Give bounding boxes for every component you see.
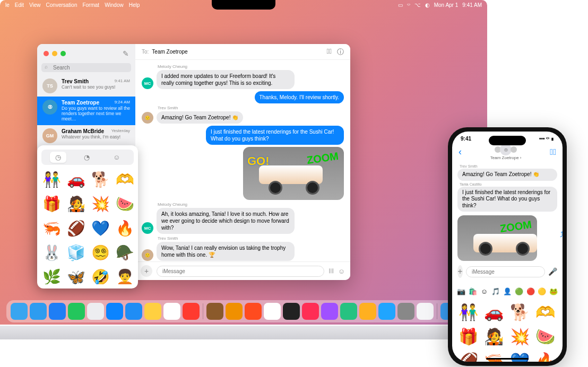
sticker-item[interactable]: 🐰: [41, 242, 62, 263]
dock-app[interactable]: [87, 303, 104, 320]
dock-app[interactable]: [30, 303, 47, 320]
audio-record-icon[interactable]: ⦀⦀: [328, 267, 334, 275]
dock-app[interactable]: [206, 303, 223, 320]
dock-app[interactable]: [49, 303, 66, 320]
sticker-item[interactable]: 🧑‍🎤: [483, 326, 505, 347]
app-icon[interactable]: 🐸: [548, 285, 559, 297]
tab-stickers[interactable]: ◔: [79, 152, 95, 163]
dock-app[interactable]: [283, 303, 300, 320]
fullscreen-button[interactable]: [60, 51, 66, 56]
message-bubble[interactable]: Amazing! Go Team Zoetrope! 👏: [457, 169, 557, 181]
dock-app[interactable]: [183, 303, 200, 320]
dock-app[interactable]: [245, 303, 262, 320]
message-bubble[interactable]: I just finished the latest renderings fo…: [457, 187, 557, 212]
app-icon[interactable]: 🟡: [536, 285, 548, 297]
ios-message-input[interactable]: [466, 266, 545, 277]
tab-emoji[interactable]: ☺: [108, 152, 125, 163]
app-icon[interactable]: 🔴: [525, 285, 537, 297]
home-indicator[interactable]: [486, 358, 529, 360]
app-icon[interactable]: ☺: [479, 285, 490, 297]
sticker-item[interactable]: 💥: [509, 326, 530, 347]
message-bubble[interactable]: Wow, Tania! I can really envision us tak…: [157, 242, 295, 261]
tab-recents[interactable]: ◷: [50, 152, 66, 163]
group-header[interactable]: ◎ Team Zoetrope ›: [490, 144, 522, 160]
dock-app[interactable]: [106, 303, 123, 320]
dock-app[interactable]: [340, 303, 357, 320]
image-attachment[interactable]: ZOOM: [457, 215, 537, 261]
message-bubble[interactable]: I added more updates to our Freeform boa…: [157, 70, 295, 89]
conversation-item[interactable]: ⦿ Team Zoetrope9:24 AM Do you guys want …: [37, 97, 135, 125]
app-icon[interactable]: 👤: [501, 285, 513, 297]
apps-button[interactable]: +: [457, 265, 463, 278]
facetime-icon[interactable]: ▭⃞: [327, 47, 332, 57]
sticker-item[interactable]: 🧑‍🎤: [66, 194, 86, 214]
dock-app[interactable]: [321, 303, 338, 320]
compose-icon[interactable]: ✎: [123, 49, 129, 58]
sticker-item[interactable]: 🔥: [115, 218, 134, 238]
message-bubble[interactable]: Amazing! Go Team Zoetrope! 👏: [157, 111, 243, 124]
sticker-item[interactable]: 🔥: [535, 350, 556, 362]
app-icon[interactable]: 🟢: [513, 285, 525, 297]
mic-icon[interactable]: 🎤: [548, 267, 557, 276]
sticker-item[interactable]: 💙: [509, 350, 530, 362]
wifi-icon[interactable]: ⌔: [407, 2, 410, 8]
messages-scroll[interactable]: Melody CheungMCI added more updates to o…: [135, 60, 350, 261]
sticker-item[interactable]: 🏈: [66, 218, 86, 238]
apps-button[interactable]: +: [141, 265, 152, 277]
sticker-item[interactable]: 💙: [90, 218, 110, 238]
sticker-item[interactable]: 🍉: [535, 326, 556, 347]
message-bubble[interactable]: I just finished the latest renderings fo…: [206, 126, 344, 145]
sticker-item[interactable]: 🎁: [41, 194, 62, 214]
dock-app[interactable]: [68, 303, 85, 320]
sticker-item[interactable]: 🐕: [509, 301, 530, 322]
dock-app[interactable]: [125, 303, 142, 320]
sticker-item[interactable]: 🚗: [66, 169, 86, 189]
back-button[interactable]: ‹: [459, 146, 462, 158]
dock-app[interactable]: [163, 303, 180, 320]
sticker-item[interactable]: 😵‍💫: [90, 242, 110, 263]
sticker-item[interactable]: 🏈: [457, 350, 479, 362]
menu-item[interactable]: Format: [82, 2, 99, 8]
menu-item[interactable]: Edit: [15, 2, 24, 8]
menubar-time[interactable]: 9:41 AM: [462, 2, 482, 8]
menu-item[interactable]: View: [29, 2, 41, 8]
sticker-item[interactable]: 👫: [457, 301, 479, 322]
dock-app[interactable]: [226, 303, 243, 320]
sticker-item[interactable]: 🧑‍🦱: [115, 267, 134, 284]
app-icon[interactable]: 🎵: [490, 285, 501, 297]
to-value[interactable]: Team Zoetrope: [152, 49, 187, 55]
menu-item[interactable]: Help: [129, 2, 140, 8]
sticker-item[interactable]: 🚗: [483, 301, 505, 322]
share-icon[interactable]: ⤴: [560, 230, 563, 239]
sticker-item[interactable]: 💥: [90, 194, 110, 214]
sticker-item[interactable]: 👫: [41, 169, 62, 189]
sticker-item[interactable]: 🫶: [115, 169, 134, 189]
menubar-date[interactable]: Mon Apr 1: [434, 2, 459, 8]
message-input[interactable]: [157, 266, 324, 277]
search-input[interactable]: [41, 63, 131, 72]
conversation-item[interactable]: TS Trev Smith9:41 AM Can't wait to see y…: [37, 75, 135, 97]
menu-item[interactable]: le: [5, 2, 10, 8]
sticker-item[interactable]: 🎁: [457, 326, 479, 347]
app-icon[interactable]: 🛍️: [467, 285, 479, 297]
sticker-item[interactable]: 🧊: [66, 242, 86, 263]
dock-app[interactable]: [264, 303, 281, 320]
conversation-item[interactable]: GM Graham McBrideYesterday Whatever you …: [37, 125, 135, 146]
dock-app[interactable]: [11, 303, 28, 320]
menu-item[interactable]: Window: [105, 2, 124, 8]
sticker-item[interactable]: 🤣: [90, 267, 110, 284]
info-icon[interactable]: ⓘ: [337, 47, 344, 57]
sticker-item[interactable]: 🌿: [41, 267, 62, 284]
message-bubble[interactable]: Thanks, Melody. I'll review shortly.: [255, 91, 344, 103]
dock-app[interactable]: [417, 303, 434, 320]
sticker-item[interactable]: 🦋: [66, 267, 86, 284]
control-center-icon[interactable]: ⌥: [414, 2, 421, 8]
minimize-button[interactable]: [52, 51, 57, 56]
sticker-item[interactable]: 🦐: [41, 218, 62, 238]
dock-app[interactable]: [144, 303, 161, 320]
dock-app[interactable]: [397, 303, 414, 320]
message-bubble[interactable]: Ah, it looks amazing, Tania! I love it s…: [157, 208, 295, 234]
emoji-icon[interactable]: ☺: [338, 267, 345, 275]
facetime-icon[interactable]: ▭⃞: [550, 147, 556, 157]
sticker-item[interactable]: 🍉: [115, 194, 134, 214]
